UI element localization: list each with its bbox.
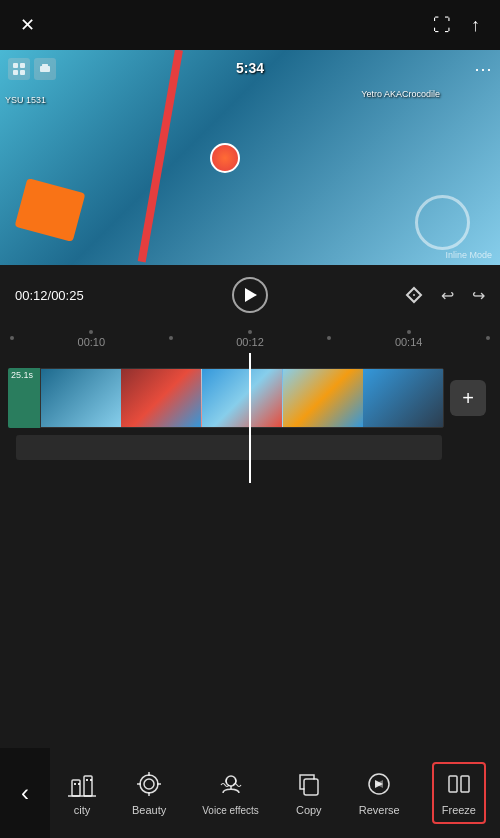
toolbar-item-voice-effects[interactable]: Voice effects [198,771,263,816]
ruler-mark-start [10,336,14,342]
toolbar-item-reverse[interactable]: Reverse [355,770,404,816]
svg-rect-0 [13,63,18,68]
preview-icon-1 [8,58,30,80]
svg-rect-10 [74,783,76,785]
svg-rect-2 [13,70,18,75]
svg-rect-22 [304,779,318,795]
toolbar-item-beauty[interactable]: Beauty [128,770,170,816]
toolbar-label-voice-effects: Voice effects [202,805,259,816]
svg-point-20 [226,776,236,786]
svg-rect-13 [90,779,92,781]
editor-area: 00:12/00:25 ↩ ↪ 00:10 [0,265,500,585]
svg-rect-7 [72,780,80,796]
share-icon[interactable]: ↑ [471,15,480,36]
toolbar-label-beauty: Beauty [132,804,166,816]
svg-point-6 [413,294,415,296]
ruler-mark-dot3 [327,336,331,342]
toolbar-item-copy[interactable]: Copy [291,770,327,816]
svg-rect-12 [86,779,88,781]
svg-rect-11 [78,783,80,785]
game-name-text: Yetro AKACrocodile [361,89,440,99]
control-icons-group: ↩ ↪ [405,286,485,305]
close-button[interactable]: ✕ [20,14,35,36]
svg-point-15 [144,779,154,789]
frame-5 [363,369,443,427]
toolbar-items: city Beauty [50,748,500,838]
svg-rect-24 [449,776,457,792]
back-button[interactable]: ‹ [0,748,50,838]
ruler-mark-end [486,336,490,342]
svg-point-14 [140,775,158,793]
frame-4 [283,369,363,427]
timeline-track-area: 25.1s + [0,353,500,483]
toolbar-label-copy: Copy [296,804,322,816]
game-mode-text: Inline Mode [445,250,492,260]
timeline-ruler: 00:10 00:12 00:14 [0,325,500,353]
svg-rect-3 [20,70,25,75]
frame-2 [121,369,201,427]
top-bar: ✕ ⛶ ↑ [0,0,500,50]
toolbar-item-city[interactable]: city [64,770,100,816]
redo-button[interactable]: ↪ [472,286,485,305]
svg-rect-4 [40,66,50,72]
svg-rect-25 [461,776,469,792]
audio-track [16,435,442,460]
game-orange-shape [15,178,86,242]
preview-more-icon[interactable]: ⋯ [474,58,492,80]
game-character [210,143,240,173]
toolbar-label-freeze: Freeze [442,804,476,816]
fullscreen-icon[interactable]: ⛶ [433,15,451,36]
preview-icon-2 [34,58,56,80]
ruler-mark-dot2 [169,336,173,342]
toolbar-label-reverse: Reverse [359,804,400,816]
frame-1 [41,369,121,427]
svg-rect-5 [42,64,48,66]
bottom-toolbar: ‹ city Be [0,748,500,838]
frame-3 [201,369,283,427]
track-duration-label: 25.1s [8,368,40,428]
playhead-line [249,353,251,483]
ruler-marks: 00:10 00:12 00:14 [10,330,490,348]
ruler-mark-14: 00:14 [395,330,423,348]
toolbar-label-city: city [74,804,91,816]
game-circle [415,195,470,250]
toolbar-item-freeze[interactable]: Freeze [432,762,486,824]
ruler-mark-12: 00:12 [236,330,264,348]
play-triangle-icon [245,288,257,302]
track-frames[interactable] [40,368,444,428]
ruler-mark-10: 00:10 [78,330,106,348]
undo-button[interactable]: ↩ [441,286,454,305]
preview-top-icons [8,58,56,80]
track-add-button[interactable]: + [450,380,486,416]
keyframe-button[interactable] [405,286,423,304]
game-red-line [138,50,183,262]
controls-bar: 00:12/00:25 ↩ ↪ [0,265,500,325]
game-score-text: YSU 1531 [5,95,46,105]
time-display: 00:12/00:25 [15,288,84,303]
play-button[interactable] [232,277,268,313]
svg-rect-1 [20,63,25,68]
preview-timer: 5:34 [236,60,264,76]
video-preview: 5:34 ⋯ YSU 1531 Yetro AKACrocodile Inlin… [0,50,500,265]
